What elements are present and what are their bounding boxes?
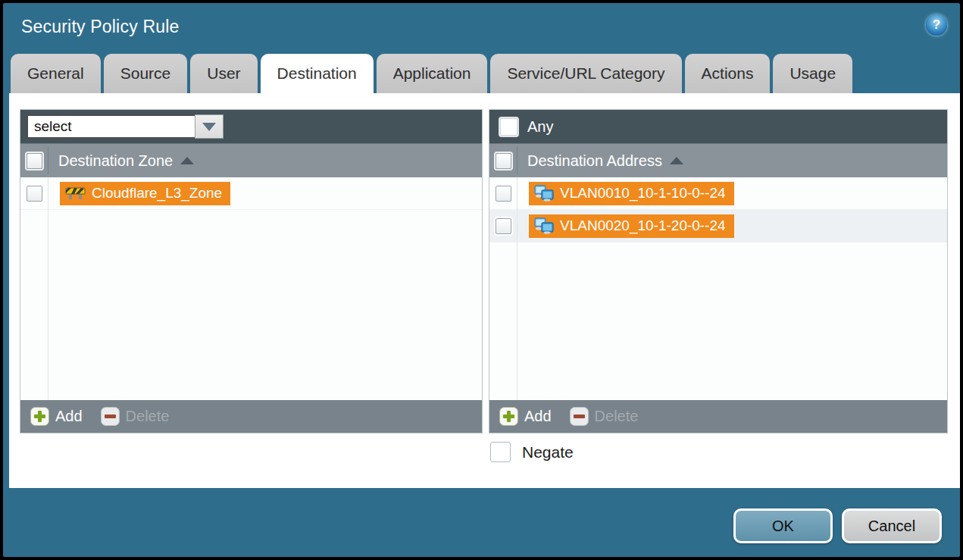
help-icon[interactable]: ?	[926, 14, 947, 36]
address-add-button[interactable]: Add	[499, 407, 552, 426]
negate-option: Negate	[490, 442, 574, 462]
address-icon	[534, 185, 554, 202]
zone-list: Cloudflare_L3_Zone	[20, 177, 482, 400]
chevron-down-icon	[202, 123, 216, 131]
zone-delete-label: Delete	[126, 408, 170, 425]
cancel-button[interactable]: Cancel	[842, 508, 942, 543]
zone-column-title[interactable]: Destination Zone	[58, 152, 173, 170]
zone-delete-button[interactable]: Delete	[101, 407, 170, 426]
destination-zone-panel: Destination Zone	[20, 109, 483, 433]
address-icon	[534, 217, 554, 234]
address-delete-button[interactable]: Delete	[570, 407, 639, 426]
address-delete-label: Delete	[595, 408, 639, 425]
address-row-checkbox[interactable]	[496, 186, 511, 202]
tab-destination[interactable]: Destination	[261, 54, 374, 93]
destination-tab-content: Destination Zone	[9, 93, 960, 488]
address-entry-label: VLAN0020_10-1-20-0--24	[560, 217, 726, 234]
tab-application[interactable]: Application	[377, 54, 488, 93]
zone-row-checkbox[interactable]	[27, 186, 42, 202]
address-entry[interactable]: VLAN0010_10-1-10-0--24	[529, 182, 734, 205]
address-add-label: Add	[524, 408, 552, 425]
add-icon	[499, 407, 518, 426]
add-icon	[30, 407, 49, 426]
any-label: Any	[527, 118, 553, 136]
address-list: VLAN0010_10-1-10-0--24	[489, 177, 947, 400]
ok-button[interactable]: OK	[733, 508, 833, 543]
address-column-title[interactable]: Destination Address	[527, 152, 662, 170]
dialog-title: Security Policy Rule	[21, 17, 180, 37]
negate-label: Negate	[522, 443, 574, 461]
sort-ascending-icon	[670, 157, 683, 164]
address-entry-label: VLAN0010_10-1-10-0--24	[560, 185, 726, 202]
address-column-header: Destination Address	[489, 143, 947, 177]
address-panel-footer: Add Delete	[489, 400, 947, 433]
address-select-all-checkbox[interactable]	[496, 153, 511, 169]
tab-usage[interactable]: Usage	[773, 54, 852, 93]
zone-select-combo	[27, 114, 224, 139]
address-row-checkbox[interactable]	[496, 218, 511, 234]
address-entry[interactable]: VLAN0020_10-1-20-0--24	[529, 214, 734, 238]
security-policy-rule-dialog: Security Policy Rule ? General Source Us…	[0, 0, 963, 560]
any-checkbox[interactable]	[500, 118, 517, 136]
delete-icon	[101, 407, 120, 426]
tab-source[interactable]: Source	[104, 54, 188, 93]
zone-entry[interactable]: Cloudflare_L3_Zone	[60, 182, 230, 205]
zone-panel-header	[20, 110, 482, 143]
tab-bar: General Source User Destination Applicat…	[11, 54, 852, 93]
table-row: VLAN0010_10-1-10-0--24	[489, 177, 947, 210]
zone-column-header: Destination Zone	[20, 143, 482, 177]
zone-panel-footer: Add Delete	[20, 400, 482, 433]
zone-select-all-checkbox[interactable]	[27, 153, 42, 169]
table-row: Cloudflare_L3_Zone	[20, 177, 482, 210]
destination-address-panel: Any Destination Address	[489, 109, 948, 433]
column-divider	[517, 177, 517, 400]
zone-entry-label: Cloudflare_L3_Zone	[92, 185, 222, 202]
negate-checkbox[interactable]	[490, 442, 511, 462]
tab-actions[interactable]: Actions	[685, 54, 771, 93]
address-panel-header: Any	[489, 110, 947, 143]
zone-select-input[interactable]	[27, 114, 195, 139]
tab-service-url-category[interactable]: Service/URL Category	[490, 54, 681, 93]
zone-select-dropdown-button[interactable]	[195, 114, 224, 139]
column-divider	[48, 177, 48, 400]
zone-icon	[65, 186, 86, 201]
column-divider	[517, 147, 517, 174]
tab-user[interactable]: User	[190, 54, 257, 93]
table-row: VLAN0020_10-1-20-0--24	[489, 210, 947, 242]
zone-add-button[interactable]: Add	[30, 407, 83, 426]
delete-icon	[570, 407, 589, 426]
tab-general[interactable]: General	[11, 54, 101, 93]
column-divider	[48, 147, 48, 174]
zone-add-label: Add	[55, 408, 83, 425]
sort-ascending-icon	[180, 157, 194, 164]
